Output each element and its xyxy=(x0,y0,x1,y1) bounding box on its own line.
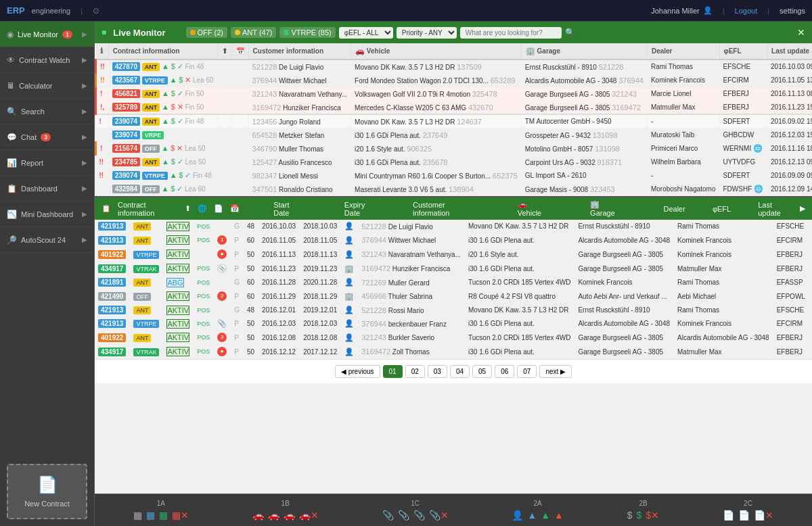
legend-icon-1b-1[interactable]: 🚗 xyxy=(252,510,264,521)
table-row[interactable]: 421913 ANT AKTIV POS 1 P 60 2016.11.05 2… xyxy=(95,233,812,247)
legend-icon-1b-4[interactable]: 🚗✕ xyxy=(299,510,319,521)
table-row[interactable]: ! 215674 OFF ▲ $ ✕ Lea 50 3467 xyxy=(96,142,813,156)
legend-icons-2c: 📄 📄 📄✕ xyxy=(723,510,773,521)
arrow-icon7: ▶ xyxy=(82,185,87,192)
filter-vtrpe[interactable]: VTRPE (85) xyxy=(279,27,335,38)
sidebar-item-autoscout[interactable]: 🔎 AutoScout 24 ▶ xyxy=(0,227,94,253)
legend-1b: 1B 🚗 🚗 🚗 🚗✕ xyxy=(252,500,319,521)
legend-icon-2b-2[interactable]: $ xyxy=(637,510,642,521)
legend-icon-2b-1[interactable]: $ xyxy=(627,510,633,521)
calculator-icon: 🖩 xyxy=(7,81,15,91)
row-dealer: - xyxy=(647,169,719,183)
table-row[interactable]: ! 239074 ANT ▲ $ ✓ Fin 48 1234 xyxy=(96,114,813,128)
table-row[interactable]: 434917 VTRAK AKTIV POS ● P 50 2016.12.12… xyxy=(95,345,812,359)
legend-icon-2a-3[interactable]: ▲ xyxy=(541,510,550,521)
row-customer: 3169472 Hunziker Francisca xyxy=(248,101,351,115)
report-icon: 📊 xyxy=(7,158,17,168)
search-button-icon[interactable]: 🔍 xyxy=(565,28,575,37)
table-row[interactable]: ! 456821 ANT ▲ $ ✓ Fin 50 3212 xyxy=(96,87,813,101)
sidebar-item-dashboard[interactable]: 📋 Dashboard ▶ xyxy=(0,176,94,201)
legend-icon-1c-3[interactable]: 📎 xyxy=(413,510,425,521)
legend-icon-1b-3[interactable]: 🚗 xyxy=(284,510,295,521)
page-02[interactable]: 02 xyxy=(405,365,425,378)
bottom-chevron-right[interactable]: ▶ xyxy=(800,204,805,213)
legend-icon-1a-2[interactable]: ▦ xyxy=(146,510,155,521)
table-row[interactable]: 421913 ANT AKTIV POS G 48 2016.12.01 201… xyxy=(95,304,812,317)
table-row[interactable]: 421490 OFF AKTIV POS 2 P 60 2016.11.29 2… xyxy=(95,289,812,304)
priority-filter[interactable]: Priority - ANY xyxy=(397,27,457,39)
legend-icon-2b-3[interactable]: $✕ xyxy=(646,510,659,521)
filter-off[interactable]: OFF (2) xyxy=(186,27,228,38)
legend-icon-1a-4[interactable]: ▦✕ xyxy=(172,510,189,521)
sidebar-item-report[interactable]: 📊 Report ▶ xyxy=(0,150,94,176)
sidebar-item-calculator[interactable]: 🖩 Calculator ▶ xyxy=(0,73,94,99)
row-dealer: Rami Thomas xyxy=(647,59,719,74)
legend-icon-2c-1[interactable]: 📄 xyxy=(723,510,734,521)
table-row[interactable]: !! 423567 VTRPE ▲ $ ✕ Lea 60 3 xyxy=(96,74,813,87)
table-row[interactable]: 239074 VRPE 654528 Metzker Stefan i30 1.… xyxy=(96,128,813,142)
table-row[interactable]: !, 325789 ANT ▲ $ ✕ Fin 50 316 xyxy=(96,101,813,115)
legend-icon-1a-3[interactable]: ▦ xyxy=(159,510,168,521)
table-row[interactable]: !! 427870 ANT ▲ $ ✓ Fin 48 521 xyxy=(96,59,813,74)
table-row[interactable]: !! 234785 ANT ▲ $ ✓ Lea 50 125 xyxy=(96,156,813,169)
bottom-cal-icon[interactable]: 📅 xyxy=(230,204,240,213)
row-dealer: Kominek Francois xyxy=(647,74,719,87)
legend-label-1c: 1C xyxy=(411,500,420,507)
legend-icon-1c-4[interactable]: 📎✕ xyxy=(429,510,449,521)
page-01[interactable]: 01 xyxy=(383,365,403,378)
close-button[interactable]: ✕ xyxy=(797,27,805,38)
legend-2b: 2B $ $ $✕ xyxy=(627,500,659,521)
th-garage-b: 🏢 Garage xyxy=(590,200,623,217)
legend-icon-2a-2[interactable]: ▲ xyxy=(527,510,537,521)
top-table-section: ℹ Contract information ⬆ 📅 Customer info… xyxy=(95,43,812,196)
page-06[interactable]: 06 xyxy=(495,365,514,378)
table-row[interactable]: 432984 OFF ▲ $ ✓ Lea 60 347501 Ronaldo C… xyxy=(96,183,813,196)
off-dot xyxy=(190,30,196,35)
page-05[interactable]: 05 xyxy=(472,365,492,378)
row-update: 2016.09.02 19:27 | User xyxy=(767,114,812,128)
bottom-expand-icon[interactable]: ⬆ xyxy=(185,204,191,213)
filter-ant[interactable]: ANT (47) xyxy=(231,27,276,38)
prev-button[interactable]: ◀ previous xyxy=(335,365,380,378)
row-priority: !, xyxy=(96,101,109,115)
page-07[interactable]: 07 xyxy=(517,365,537,378)
bottom-globe-icon[interactable]: 🌐 xyxy=(198,204,207,213)
legend-icon-1b-2[interactable]: 🚗 xyxy=(268,510,279,521)
next-button[interactable]: next ▶ xyxy=(539,365,572,378)
page-03[interactable]: 03 xyxy=(428,365,447,378)
sidebar-item-contract-watch[interactable]: 👁 Contract Watch ▶ xyxy=(0,47,94,73)
row-contract: 234785 ANT ▲ $ ✓ Lea 50 xyxy=(108,156,217,169)
legend-icon-1a-1[interactable]: ▦ xyxy=(133,510,142,521)
th-vehicle: 🚗 Vehicle xyxy=(351,43,522,59)
legend-icon-1c-2[interactable]: 📎 xyxy=(398,510,409,521)
legend-icon-2c-2[interactable]: 📄 xyxy=(738,510,750,521)
legend-icon-2c-3[interactable]: 📄✕ xyxy=(754,510,773,521)
settings-button[interactable]: settings xyxy=(780,7,805,15)
legend-icon-2a-4[interactable]: ▲ xyxy=(554,510,564,521)
table-row[interactable]: 434917 VTRAK AKTIV POS 📎 P 50 2016.11.23… xyxy=(95,262,812,276)
sidebar-item-mini-dashboard[interactable]: 📉 Mini Dashboard ▶ xyxy=(0,201,94,227)
page-04[interactable]: 04 xyxy=(450,365,470,378)
legend-icon-1c-1[interactable]: 📎 xyxy=(382,510,394,521)
row-contract: 239074 VTRPE ▲ $ ✓ Fin 48 xyxy=(108,169,217,183)
arrow-icon5: ▶ xyxy=(82,133,87,141)
table-row[interactable]: 401922 ANT AKTIV POS 3 P 50 2016.12.08 2… xyxy=(95,331,812,345)
table-row[interactable]: 401922 VTRPE AKTIV ● P 50 2016.11.13 201… xyxy=(95,247,812,262)
efl-filter[interactable]: φEFL - ALL xyxy=(339,27,393,39)
main-layout: ◉ Live Monitor 1 ▶ 👁 Contract Watch ▶ 🖩 … xyxy=(0,22,812,526)
table-row[interactable]: 421913 VTRPE AKTIV POS 📎 P 50 2016.12.03… xyxy=(95,317,812,331)
logout-button[interactable]: Logout xyxy=(735,7,758,15)
sidebar-item-chat[interactable]: 💬 Chat 3 ▶ xyxy=(0,124,94,150)
table-row[interactable]: !! 239074 VTRPE ▲ $ ✓ Fin 48 9 xyxy=(96,169,813,183)
sidebar-label-mini-dashboard: Mini Dashboard xyxy=(21,210,73,218)
sidebar-item-search[interactable]: 🔍 Search ▶ xyxy=(0,99,94,124)
table-row[interactable]: 421891 ANT ABG POS G 60 2016.11.28 2020.… xyxy=(95,276,812,289)
th-contract-info: Contract information xyxy=(108,43,217,59)
bottom-doc-icon[interactable]: 📄 xyxy=(214,204,223,213)
sidebar-item-live-monitor[interactable]: ◉ Live Monitor 1 ▶ xyxy=(0,22,94,47)
search-input[interactable] xyxy=(460,27,562,39)
new-contract-button[interactable]: 📄 New Contract xyxy=(7,464,87,519)
table-row[interactable]: 421913 ANT AKTIV POS G 48 2016.10.03 201… xyxy=(95,220,812,233)
legend-icon-2a-1[interactable]: 👤 xyxy=(512,510,523,521)
legend-icons-1c: 📎 📎 📎 📎✕ xyxy=(382,510,449,521)
